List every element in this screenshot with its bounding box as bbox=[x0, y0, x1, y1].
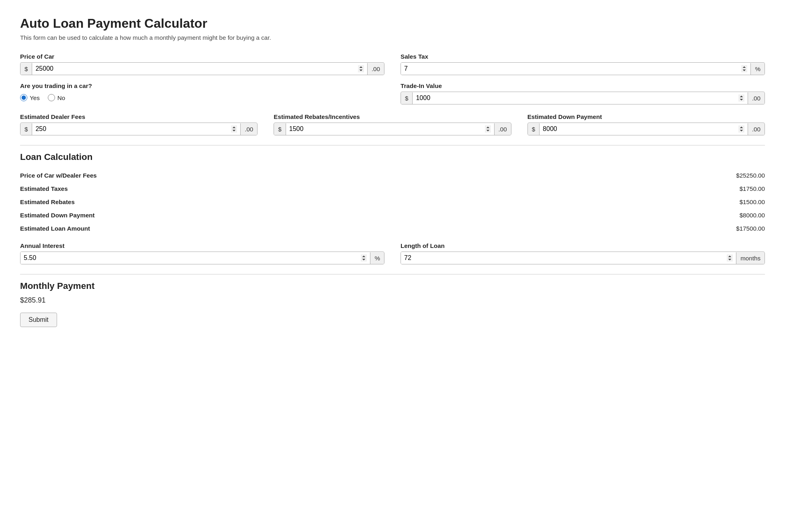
rebates-label: Estimated Rebates/Incentives bbox=[274, 113, 511, 120]
sales-tax-input-wrapper: % bbox=[401, 62, 765, 75]
sales-tax-suffix: % bbox=[750, 63, 765, 75]
down-payment-prefix: $ bbox=[528, 123, 540, 135]
calc-value-2: $1500.00 bbox=[740, 198, 765, 205]
loan-length-input[interactable] bbox=[401, 252, 736, 264]
trade-in-radio-group: Yes No bbox=[20, 92, 384, 106]
rebates-input[interactable] bbox=[286, 123, 494, 135]
section-divider-1 bbox=[20, 145, 765, 145]
calc-label-2: Estimated Rebates bbox=[20, 198, 75, 205]
calc-value-1: $1750.00 bbox=[740, 185, 765, 192]
calc-value-0: $25250.00 bbox=[736, 172, 765, 179]
down-payment-label: Estimated Down Payment bbox=[527, 113, 765, 120]
monthly-payment-title: Monthly Payment bbox=[20, 281, 765, 291]
calc-row-0: Price of Car w/Dealer Fees $25250.00 bbox=[20, 169, 765, 182]
down-payment-suffix: .00 bbox=[748, 123, 765, 135]
rebates-wrapper: $ .00 bbox=[274, 123, 511, 135]
price-of-car-suffix: .00 bbox=[367, 63, 384, 75]
calc-label-0: Price of Car w/Dealer Fees bbox=[20, 172, 97, 179]
sales-tax-input[interactable] bbox=[401, 63, 750, 75]
annual-interest-label: Annual Interest bbox=[20, 242, 384, 249]
trade-in-no-text: No bbox=[57, 94, 65, 101]
down-payment-input[interactable] bbox=[540, 123, 748, 135]
submit-button[interactable]: Submit bbox=[20, 313, 57, 327]
dealer-fees-suffix: .00 bbox=[240, 123, 257, 135]
down-payment-wrapper: $ .00 bbox=[527, 123, 765, 135]
monthly-payment-value: $285.91 bbox=[20, 296, 765, 305]
rebates-suffix: .00 bbox=[494, 123, 511, 135]
annual-interest-wrapper: % bbox=[20, 252, 384, 264]
trade-in-yes-radio[interactable] bbox=[20, 94, 27, 101]
section-divider-2 bbox=[20, 274, 765, 274]
trade-in-value-input[interactable] bbox=[413, 92, 747, 104]
calc-label-3: Estimated Down Payment bbox=[20, 212, 95, 219]
trade-in-no-radio[interactable] bbox=[48, 94, 55, 101]
calc-row-3: Estimated Down Payment $8000.00 bbox=[20, 209, 765, 222]
trade-in-value-suffix: .00 bbox=[748, 92, 765, 104]
rebates-prefix: $ bbox=[274, 123, 286, 135]
price-of-car-input[interactable] bbox=[32, 63, 367, 75]
price-of-car-label: Price of Car bbox=[20, 53, 384, 60]
trade-in-yes-text: Yes bbox=[30, 94, 40, 101]
price-of-car-prefix: $ bbox=[20, 63, 32, 75]
trade-in-value-label: Trade-In Value bbox=[401, 82, 765, 89]
price-of-car-input-wrapper: $ .00 bbox=[20, 62, 384, 75]
calc-value-3: $8000.00 bbox=[740, 212, 765, 219]
loan-length-wrapper: months bbox=[401, 252, 765, 264]
trade-in-value-wrapper: $ .00 bbox=[401, 92, 765, 104]
calc-row-1: Estimated Taxes $1750.00 bbox=[20, 182, 765, 195]
loan-length-suffix: months bbox=[736, 252, 765, 264]
dealer-fees-input[interactable] bbox=[32, 123, 240, 135]
dealer-fees-wrapper: $ .00 bbox=[20, 123, 258, 135]
loan-calc-title: Loan Calculation bbox=[20, 152, 765, 162]
calc-label-4: Estimated Loan Amount bbox=[20, 225, 90, 232]
calc-value-4: $17500.00 bbox=[736, 225, 765, 232]
page-subtitle: This form can be used to calculate a how… bbox=[20, 34, 765, 41]
calc-row-2: Estimated Rebates $1500.00 bbox=[20, 195, 765, 209]
page-title: Auto Loan Payment Calculator bbox=[20, 16, 765, 31]
trade-in-yes-label[interactable]: Yes bbox=[20, 94, 40, 101]
trade-in-question-label: Are you trading in a car? bbox=[20, 82, 384, 89]
calc-label-1: Estimated Taxes bbox=[20, 185, 68, 192]
calc-row-4: Estimated Loan Amount $17500.00 bbox=[20, 222, 765, 235]
loan-length-label: Length of Loan bbox=[401, 242, 765, 249]
dealer-fees-label: Estimated Dealer Fees bbox=[20, 113, 258, 120]
sales-tax-label: Sales Tax bbox=[401, 53, 765, 60]
dealer-fees-prefix: $ bbox=[20, 123, 32, 135]
trade-in-value-prefix: $ bbox=[401, 92, 413, 104]
trade-in-no-label[interactable]: No bbox=[48, 94, 65, 101]
annual-interest-suffix: % bbox=[370, 252, 384, 264]
annual-interest-input[interactable] bbox=[20, 252, 370, 264]
